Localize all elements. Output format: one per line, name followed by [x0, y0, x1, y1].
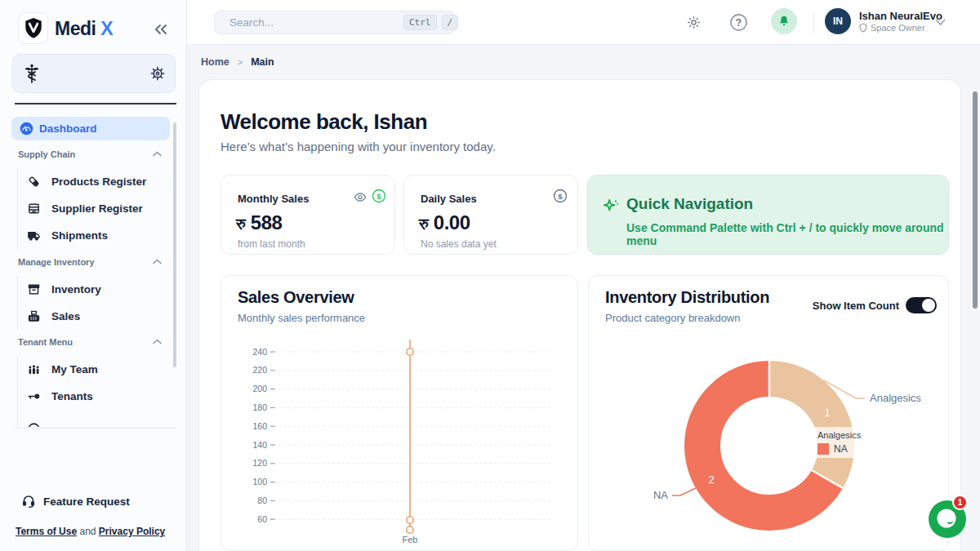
collapse-sidebar-icon[interactable]	[154, 23, 168, 36]
y-tick: 160	[252, 421, 267, 431]
eye-icon[interactable]	[354, 192, 367, 202]
chevron-up-icon[interactable]	[153, 339, 162, 344]
workspace-card[interactable]: MediX Pharma Team - 3 members	[12, 54, 176, 93]
chart-title: Sales Overview	[238, 288, 354, 307]
y-tick: 60	[257, 514, 267, 524]
sidebar-item-shipments[interactable]: Shipments	[18, 222, 174, 249]
stat-title: Daily Sales	[421, 193, 477, 205]
supplier-box-icon	[27, 202, 41, 216]
nav-group-supply-chain: Products Register Supplier Register	[17, 168, 174, 249]
archive-box-icon	[27, 282, 41, 296]
stat-value: रु 0.00	[419, 211, 470, 234]
kbd-slash: /	[442, 15, 459, 30]
chat-unread-badge: 1	[952, 495, 968, 510]
stat-card-daily-sales: Daily Sales $ रु 0.00 No sales data yet	[403, 175, 578, 255]
inventory-donut-chart: 1 2 Analgesics NA	[589, 325, 950, 551]
data-point-50[interactable]	[407, 527, 413, 533]
sidebar-divider-light	[15, 428, 176, 429]
pill-icon	[27, 175, 41, 189]
sidebar-item-label: Shipments	[51, 229, 108, 242]
theme-sun-icon[interactable]	[687, 16, 701, 29]
breadcrumb-separator-icon: >	[238, 57, 243, 67]
chat-widget-button[interactable]: 1	[928, 500, 967, 539]
sparkles-icon	[602, 198, 620, 216]
user-menu-chevron-down-icon[interactable]	[935, 19, 946, 26]
section-label-supply-chain: Supply Chain	[18, 149, 75, 159]
avatar[interactable]: IN	[825, 8, 851, 34]
user-name: Ishan NeuralEvo	[859, 10, 942, 22]
cash-register-icon	[27, 309, 41, 323]
nav-group-manage-inventory: Inventory Sales	[17, 276, 174, 330]
caduceus-icon	[22, 63, 42, 86]
sidebar-item-dashboard[interactable]: Dashboard	[11, 117, 170, 140]
nav-group-tenant-menu: My Team Tenants	[17, 356, 174, 427]
donut-label-analgesics: Analgesics	[870, 392, 921, 404]
donut-label-na: NA	[653, 489, 668, 501]
main-scrollbar[interactable]	[973, 91, 978, 309]
page-title: Welcome back, Ishan	[220, 109, 427, 135]
currency-circle-icon[interactable]: $	[553, 189, 568, 203]
feature-request-button[interactable]: Feature Request	[21, 494, 130, 509]
truck-icon	[27, 229, 41, 242]
sidebar-item-sales[interactable]: Sales	[18, 303, 174, 330]
breadcrumb-current: Main	[251, 56, 274, 68]
privacy-policy-link[interactable]: Privacy Policy	[99, 526, 165, 537]
tooltip-swatch	[817, 443, 829, 455]
chart-tooltip: Analgesics NA	[812, 427, 866, 458]
headset-icon	[21, 494, 36, 509]
svg-text:$: $	[376, 192, 381, 201]
data-point-240[interactable]	[407, 349, 413, 355]
sidebar-item-label: My Team	[51, 363, 98, 375]
sidebar-scrollbar[interactable]	[173, 122, 176, 367]
chevron-up-icon[interactable]	[153, 151, 162, 157]
sidebar-item-partial[interactable]	[18, 410, 174, 427]
search-bar[interactable]: Ctrl /	[214, 11, 455, 34]
search-input[interactable]	[229, 16, 360, 29]
sidebar-item-tenants[interactable]: Tenants	[18, 383, 174, 410]
sidebar-item-my-team[interactable]: My Team	[18, 356, 174, 383]
page-subtitle: Here’s what’s happening with your invent…	[220, 140, 496, 153]
app-logo	[18, 12, 48, 44]
sidebar-item-supplier-register[interactable]: Supplier Register	[18, 195, 174, 222]
sidebar-nav: Dashboard Supply Chain Products Register	[0, 113, 186, 427]
y-tick: 240	[252, 347, 267, 357]
stat-title: Monthly Sales	[238, 193, 309, 205]
section-label-tenant-menu: Tenant Menu	[18, 337, 73, 347]
x-tick-feb: Feb	[403, 535, 418, 544]
sidebar-item-label: Tenants	[51, 390, 93, 402]
y-tick: 140	[252, 440, 267, 450]
help-icon[interactable]: ?	[729, 13, 748, 32]
toggle-knob	[922, 299, 935, 312]
currency-circle-icon[interactable]: $	[372, 189, 386, 203]
feature-request-label: Feature Request	[43, 495, 130, 508]
stat-number: 588	[251, 211, 283, 234]
workspace-settings-gear-icon[interactable]	[150, 66, 165, 81]
terms-of-use-link[interactable]: Terms of Use	[16, 526, 77, 537]
stat-card-monthly-sales: Monthly Sales $ रु 588 from last month	[220, 175, 395, 255]
sidebar-item-inventory[interactable]: Inventory	[18, 276, 174, 303]
y-tick: 120	[252, 458, 267, 468]
key-icon	[27, 389, 41, 403]
brand-name: Medi X	[55, 18, 113, 40]
sales-line-chart: 240 220 200 180 160 140 120 100 80 60 Fe…	[229, 333, 572, 547]
bell-icon	[777, 15, 791, 28]
data-point-60[interactable]	[407, 517, 413, 523]
shield-logo-icon	[23, 17, 44, 40]
breadcrumb-home[interactable]: Home	[201, 56, 229, 68]
legal-conjunction: and	[79, 526, 96, 537]
sidebar-divider-dark	[15, 103, 176, 104]
sidebar-item-products-register[interactable]: Products Register	[18, 168, 174, 195]
show-item-count-toggle[interactable]	[906, 297, 937, 313]
quick-nav-title: Quick Navigation	[626, 195, 753, 213]
sidebar-item-label: Dashboard	[39, 122, 97, 135]
topbar-divider	[813, 11, 814, 33]
notifications-button[interactable]	[771, 8, 797, 34]
y-tick: 200	[252, 384, 267, 393]
chevron-up-icon[interactable]	[153, 259, 162, 264]
avatar-initials: IN	[833, 16, 843, 27]
y-tick: 100	[252, 477, 267, 487]
sidebar-item-label: Sales	[51, 310, 80, 322]
topbar: Ctrl / ? IN Ishan NeuralEvo Space Owner	[187, 0, 980, 45]
tooltip-item: NA	[834, 443, 848, 455]
sidebar-item-label: Inventory	[51, 283, 101, 295]
